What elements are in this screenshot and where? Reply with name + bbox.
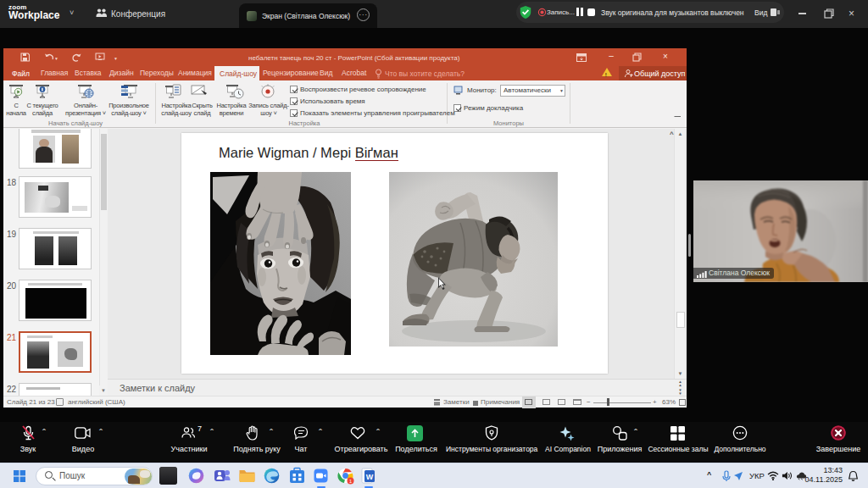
svg-text:W: W <box>366 473 374 481</box>
svg-text:1: 1 <box>349 479 352 484</box>
